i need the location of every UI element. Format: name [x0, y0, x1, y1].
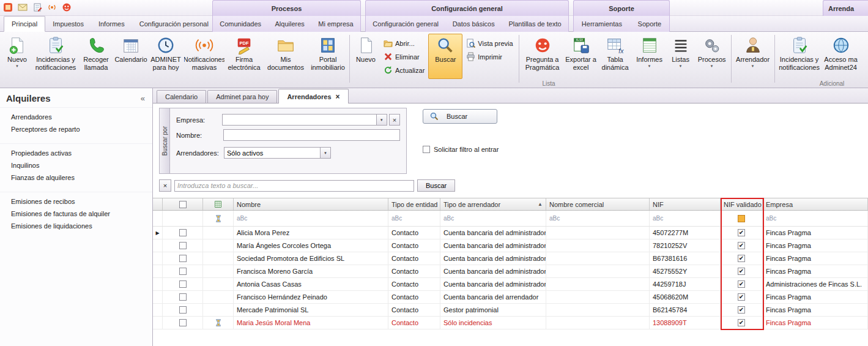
pregunta-pragmatica-button[interactable]: Pregunta a Pragmática — [521, 34, 564, 79]
chevron-down-icon[interactable]: ▼ — [377, 114, 387, 126]
nif-validado-checkbox[interactable] — [738, 319, 745, 326]
filter-cell-nombre[interactable]: aBc — [234, 211, 388, 226]
incidencias-notificaciones-2-button[interactable]: Incidencias y notificaciones — [777, 34, 822, 79]
tab-herramientas[interactable]: Herramientas — [578, 20, 626, 28]
col-header-nombre[interactable]: Nombre — [234, 198, 388, 210]
nif-validado-checkbox[interactable] — [738, 280, 745, 288]
recoger-llamada-button[interactable]: Recoger llamada — [78, 34, 114, 79]
sidebar-item-fianzas-de-alquileres[interactable]: Fianzas de alquileres — [0, 171, 152, 184]
tab-mi-empresa[interactable]: Mi empresa — [314, 20, 357, 28]
row-select-checkbox[interactable] — [179, 242, 187, 249]
col-header-empresa[interactable]: Empresa — [763, 198, 868, 210]
sidebar-item-perceptores-de-reparto[interactable]: Perceptores de reparto — [0, 123, 152, 135]
filter-cell-nombre-comercial[interactable]: aBc — [546, 211, 650, 226]
nif-validado-checkbox[interactable] — [738, 293, 745, 301]
tab-informes[interactable]: Informes — [91, 16, 132, 31]
row-select-checkbox[interactable] — [179, 306, 187, 314]
row-select-checkbox[interactable] — [179, 293, 187, 301]
nif-validado-checkbox[interactable] — [738, 255, 745, 262]
sidebar-item-inquilinos[interactable]: Inquilinos — [0, 159, 152, 171]
search-clear-button[interactable]: × — [159, 179, 171, 192]
table-row[interactable]: ▶ Alicia Mora Perez Contacto Cuenta banc… — [153, 227, 868, 239]
filter-cell-empresa[interactable]: aBc — [763, 211, 868, 226]
row-select-checkbox[interactable] — [179, 255, 187, 262]
tab-impuestos[interactable]: Impuestos — [45, 16, 91, 31]
calendario-button[interactable]: Calendario — [114, 34, 148, 79]
vista-previa-button[interactable]: Vista previa — [462, 37, 516, 50]
nif-validado-filter-checkbox[interactable] — [738, 215, 745, 222]
procesos-button[interactable]: Procesos▼ — [695, 34, 729, 79]
buscar-ribbon-button[interactable]: Buscar — [428, 34, 462, 79]
tab-soporte[interactable]: Soporte — [634, 20, 666, 28]
table-row[interactable]: Francisca Moreno García Contacto Cuenta … — [153, 265, 868, 278]
sidebar-collapse-button[interactable]: « — [141, 94, 145, 103]
actualizar-button[interactable]: Actualizar — [380, 64, 428, 77]
mis-documentos-button[interactable]: Mis documentos — [263, 34, 308, 79]
informes-button[interactable]: Informes▼ — [632, 34, 667, 79]
tab-plantillas-de-texto[interactable]: Plantillas de texto — [505, 20, 565, 28]
nif-validado-checkbox[interactable] — [738, 306, 745, 314]
tab-principal[interactable]: Principal — [4, 16, 45, 32]
col-header-nif[interactable]: NIF — [650, 198, 721, 210]
sidebar-item-arrendadores[interactable]: Arrendadores — [0, 111, 152, 123]
nombre-input[interactable] — [223, 129, 400, 141]
empresa-input[interactable] — [222, 114, 377, 126]
sidebar-item-emisiones-de-recibos[interactable]: Emisiones de recibos — [0, 195, 152, 208]
filter-cell-tipo-arrendador[interactable]: aBc — [440, 211, 546, 226]
tab-datos-basicos[interactable]: Datos básicos — [449, 20, 499, 28]
eliminar-button[interactable]: Eliminar — [380, 50, 428, 63]
filter-cell-tipo-entidad[interactable]: aBc — [388, 211, 440, 226]
doc-tab-arrendadores[interactable]: Arrendadores × — [278, 89, 348, 103]
incidencias-notificaciones-button[interactable]: Incidencias y notificaciones — [33, 34, 78, 79]
row-select-checkbox[interactable] — [179, 229, 187, 236]
table-row[interactable]: Antonia Casas Casas Contacto Cuenta banc… — [153, 278, 868, 291]
mail-icon[interactable] — [17, 2, 28, 13]
sidebar-item-emisiones-de-liquidaciones[interactable]: Emisiones de liquidaciones — [0, 220, 152, 232]
nif-validado-checkbox[interactable] — [738, 229, 745, 236]
table-row[interactable]: Maria Jesús Moral Mena Contacto Sólo inc… — [153, 317, 868, 329]
search-buscar-button[interactable]: Buscar — [417, 179, 455, 192]
col-header-tipo-entidad[interactable]: Tipo de entidad — [388, 198, 440, 210]
buscar-por-side-tab[interactable]: Buscar por — [159, 108, 169, 174]
tab-configuracion-personal[interactable]: Configuración personal — [132, 16, 216, 31]
solicitar-filtro-checkbox[interactable] — [423, 146, 430, 153]
nif-validado-checkbox[interactable] — [738, 242, 745, 249]
arrendador-button[interactable]: Arrendador▼ — [733, 34, 773, 79]
portal-inmobiliario-button[interactable]: Portal inmobiliario — [308, 34, 347, 79]
buscar-filter-button[interactable]: Buscar — [423, 109, 497, 124]
adminet-para-hoy-button[interactable]: ADMINET para hoy — [148, 34, 184, 79]
exportar-excel-button[interactable]: XLSX Exportar a excel — [564, 34, 598, 79]
row-select-checkbox[interactable] — [179, 280, 187, 288]
select-all-checkbox[interactable] — [179, 201, 187, 208]
row-select-checkbox[interactable] — [179, 319, 187, 326]
search-input[interactable] — [174, 180, 414, 192]
imprimir-button[interactable]: Imprimir — [462, 50, 516, 63]
sidebar-item-emisiones-de-facturas[interactable]: Emisiones de facturas de alquiler — [0, 208, 152, 220]
nuevo-registro-button[interactable]: Nuevo — [352, 34, 380, 79]
table-row[interactable]: Francisco Hernández Peinado Contacto Cue… — [153, 291, 868, 304]
col-header-tipo-arrendador[interactable]: Tipo de arrendador▲ — [440, 198, 546, 210]
broadcast-icon[interactable] — [46, 2, 57, 13]
sidebar-item-propiedades-activas[interactable]: Propiedades activas — [0, 147, 152, 159]
tabla-dinamica-button[interactable]: fx Tabla dinámica — [598, 34, 632, 79]
table-row[interactable]: María Ángeles Corcoles Ortega Contacto C… — [153, 239, 868, 252]
table-row[interactable]: Mercade Patrimonial SL Contacto Gestor p… — [153, 304, 868, 317]
arrendadores-select[interactable] — [224, 147, 321, 159]
tab-alquileres[interactable]: Alquileres — [272, 20, 308, 28]
tab-comunidades[interactable]: Comunidades — [216, 20, 265, 28]
close-icon[interactable]: × — [336, 92, 340, 101]
nif-validado-checkbox[interactable] — [738, 268, 745, 275]
col-header-nombre-comercial[interactable]: Nombre comercial — [546, 198, 650, 210]
abrir-button[interactable]: Abrir... — [380, 37, 428, 50]
col-header-nif-validado[interactable]: NIF validado — [721, 198, 763, 210]
tab-configuracion-general[interactable]: Configuración general — [369, 20, 442, 28]
pragmatica-face-icon[interactable] — [61, 2, 72, 13]
solicitar-filtro-checkbox-row[interactable]: Solicitar filtro al entrar — [423, 146, 499, 153]
doc-tab-calendario[interactable]: Calendario — [157, 90, 206, 103]
app-icon[interactable] — [2, 2, 13, 13]
notes-icon[interactable] — [32, 2, 43, 13]
firma-electronica-button[interactable]: PDF Firma electrónica — [225, 34, 263, 79]
acceso-adminet24-button[interactable]: Acceso ma Adminet24 — [822, 34, 860, 79]
nuevo-button[interactable]: Nuevo▼ — [1, 34, 33, 79]
doc-tab-adminet-para-hoy[interactable]: Adminet para hoy — [207, 90, 277, 103]
